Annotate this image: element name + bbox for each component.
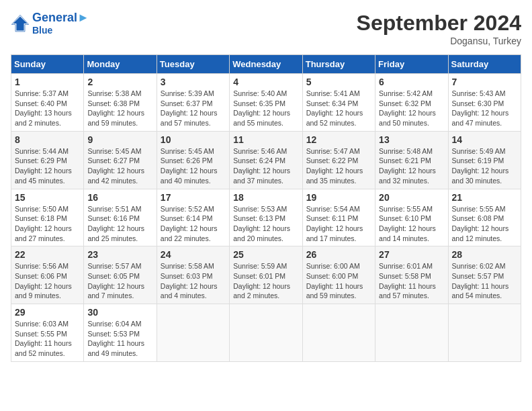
header-saturday: Saturday: [448, 55, 521, 74]
table-row: 15 Sunrise: 5:50 AM Sunset: 6:18 PM Dayl…: [11, 189, 84, 246]
day-info: Sunrise: 5:45 AM Sunset: 6:27 PM Dayligh…: [87, 146, 152, 186]
day-info: Sunrise: 5:40 AM Sunset: 6:35 PM Dayligh…: [233, 89, 298, 128]
table-row: [375, 304, 448, 362]
day-number: 2: [87, 77, 152, 87]
table-row: 12 Sunrise: 5:47 AM Sunset: 6:22 PM Dayl…: [302, 131, 375, 189]
calendar-week-row: 8 Sunrise: 5:44 AM Sunset: 6:29 PM Dayli…: [11, 131, 521, 189]
calendar-table: Sunday Monday Tuesday Wednesday Thursday…: [11, 54, 521, 362]
day-info: Sunrise: 6:04 AM Sunset: 5:53 PM Dayligh…: [87, 319, 152, 359]
table-row: 7 Sunrise: 5:43 AM Sunset: 6:30 PM Dayli…: [448, 74, 521, 132]
logo-text: General► Blue: [32, 11, 89, 36]
day-number: 10: [161, 134, 226, 145]
day-number: 30: [87, 307, 152, 318]
day-number: 26: [306, 249, 371, 260]
day-info: Sunrise: 5:53 AM Sunset: 6:13 PM Dayligh…: [233, 204, 298, 244]
day-info: Sunrise: 5:38 AM Sunset: 6:38 PM Dayligh…: [87, 89, 152, 128]
table-row: [157, 304, 229, 362]
day-info: Sunrise: 5:48 AM Sunset: 6:21 PM Dayligh…: [379, 146, 444, 186]
day-info: Sunrise: 5:44 AM Sunset: 6:29 PM Dayligh…: [15, 146, 80, 186]
header-friday: Friday: [375, 55, 448, 74]
day-info: Sunrise: 5:45 AM Sunset: 6:26 PM Dayligh…: [161, 146, 226, 186]
day-number: 20: [379, 192, 444, 203]
day-info: Sunrise: 6:01 AM Sunset: 5:58 PM Dayligh…: [379, 261, 444, 301]
table-row: 13 Sunrise: 5:48 AM Sunset: 6:21 PM Dayl…: [375, 131, 448, 189]
day-number: 7: [452, 77, 517, 87]
day-number: 11: [233, 134, 298, 145]
day-info: Sunrise: 5:55 AM Sunset: 6:10 PM Dayligh…: [379, 204, 444, 244]
day-info: Sunrise: 5:57 AM Sunset: 6:05 PM Dayligh…: [87, 261, 152, 301]
day-number: 29: [15, 307, 80, 318]
header-thursday: Thursday: [302, 55, 375, 74]
day-info: Sunrise: 5:58 AM Sunset: 6:03 PM Dayligh…: [161, 261, 226, 301]
table-row: 17 Sunrise: 5:52 AM Sunset: 6:14 PM Dayl…: [157, 189, 229, 246]
day-info: Sunrise: 5:43 AM Sunset: 6:30 PM Dayligh…: [452, 89, 517, 128]
day-number: 6: [379, 77, 444, 87]
header-tuesday: Tuesday: [157, 55, 229, 74]
table-row: 3 Sunrise: 5:39 AM Sunset: 6:37 PM Dayli…: [157, 74, 229, 132]
table-row: 24 Sunrise: 5:58 AM Sunset: 6:03 PM Dayl…: [157, 246, 229, 304]
day-info: Sunrise: 5:39 AM Sunset: 6:37 PM Dayligh…: [161, 89, 226, 128]
day-info: Sunrise: 5:37 AM Sunset: 6:40 PM Dayligh…: [15, 89, 80, 128]
table-row: 16 Sunrise: 5:51 AM Sunset: 6:16 PM Dayl…: [84, 189, 157, 246]
day-number: 19: [306, 192, 371, 203]
logo: General► Blue: [11, 11, 89, 36]
day-number: 21: [452, 192, 517, 203]
day-number: 27: [379, 249, 444, 260]
calendar-week-row: 15 Sunrise: 5:50 AM Sunset: 6:18 PM Dayl…: [11, 189, 521, 246]
table-row: 18 Sunrise: 5:53 AM Sunset: 6:13 PM Dayl…: [230, 189, 302, 246]
table-row: 4 Sunrise: 5:40 AM Sunset: 6:35 PM Dayli…: [230, 74, 302, 132]
table-row: 30 Sunrise: 6:04 AM Sunset: 5:53 PM Dayl…: [84, 304, 157, 362]
table-row: [230, 304, 302, 362]
page-header: General► Blue September 2024 Dogansu, Tu…: [11, 11, 521, 46]
day-number: 17: [161, 192, 226, 203]
day-info: Sunrise: 5:56 AM Sunset: 6:06 PM Dayligh…: [15, 261, 80, 301]
day-info: Sunrise: 5:46 AM Sunset: 6:24 PM Dayligh…: [233, 146, 298, 186]
day-info: Sunrise: 5:42 AM Sunset: 6:32 PM Dayligh…: [379, 89, 444, 128]
table-row: 6 Sunrise: 5:42 AM Sunset: 6:32 PM Dayli…: [375, 74, 448, 132]
day-number: 28: [452, 249, 517, 260]
table-row: 26 Sunrise: 6:00 AM Sunset: 6:00 PM Dayl…: [302, 246, 375, 304]
table-row: 27 Sunrise: 6:01 AM Sunset: 5:58 PM Dayl…: [375, 246, 448, 304]
table-row: 19 Sunrise: 5:54 AM Sunset: 6:11 PM Dayl…: [302, 189, 375, 246]
table-row: 11 Sunrise: 5:46 AM Sunset: 6:24 PM Dayl…: [230, 131, 302, 189]
day-number: 23: [87, 249, 152, 260]
table-row: 25 Sunrise: 5:59 AM Sunset: 6:01 PM Dayl…: [230, 246, 302, 304]
day-info: Sunrise: 5:47 AM Sunset: 6:22 PM Dayligh…: [306, 146, 371, 186]
table-row: 23 Sunrise: 5:57 AM Sunset: 6:05 PM Dayl…: [84, 246, 157, 304]
day-number: 8: [15, 134, 80, 145]
header-wednesday: Wednesday: [230, 55, 302, 74]
table-row: 1 Sunrise: 5:37 AM Sunset: 6:40 PM Dayli…: [11, 74, 84, 132]
day-info: Sunrise: 5:51 AM Sunset: 6:16 PM Dayligh…: [87, 204, 152, 244]
day-number: 13: [379, 134, 444, 145]
day-number: 1: [15, 77, 80, 87]
day-number: 14: [452, 134, 517, 145]
day-number: 16: [87, 192, 152, 203]
day-info: Sunrise: 5:59 AM Sunset: 6:01 PM Dayligh…: [233, 261, 298, 301]
day-info: Sunrise: 6:03 AM Sunset: 5:55 PM Dayligh…: [15, 319, 80, 359]
day-number: 25: [233, 249, 298, 260]
month-title: September 2024: [357, 11, 521, 36]
table-row: 5 Sunrise: 5:41 AM Sunset: 6:34 PM Dayli…: [302, 74, 375, 132]
day-number: 9: [87, 134, 152, 145]
calendar-week-row: 29 Sunrise: 6:03 AM Sunset: 5:55 PM Dayl…: [11, 304, 521, 362]
table-row: 21 Sunrise: 5:55 AM Sunset: 6:08 PM Dayl…: [448, 189, 521, 246]
day-info: Sunrise: 5:49 AM Sunset: 6:19 PM Dayligh…: [452, 146, 517, 186]
day-info: Sunrise: 6:02 AM Sunset: 5:57 PM Dayligh…: [452, 261, 517, 301]
day-number: 22: [15, 249, 80, 260]
day-number: 24: [161, 249, 226, 260]
day-number: 5: [306, 77, 371, 87]
table-row: 22 Sunrise: 5:56 AM Sunset: 6:06 PM Dayl…: [11, 246, 84, 304]
table-row: 2 Sunrise: 5:38 AM Sunset: 6:38 PM Dayli…: [84, 74, 157, 132]
day-info: Sunrise: 5:52 AM Sunset: 6:14 PM Dayligh…: [161, 204, 226, 244]
logo-icon: [11, 14, 30, 33]
table-row: 20 Sunrise: 5:55 AM Sunset: 6:10 PM Dayl…: [375, 189, 448, 246]
day-number: 15: [15, 192, 80, 203]
header-monday: Monday: [84, 55, 157, 74]
location: Dogansu, Turkey: [357, 36, 521, 46]
header-sunday: Sunday: [11, 55, 84, 74]
day-info: Sunrise: 5:50 AM Sunset: 6:18 PM Dayligh…: [15, 204, 80, 244]
title-area: September 2024 Dogansu, Turkey: [357, 11, 521, 46]
table-row: [302, 304, 375, 362]
day-info: Sunrise: 5:55 AM Sunset: 6:08 PM Dayligh…: [452, 204, 517, 244]
day-number: 12: [306, 134, 371, 145]
